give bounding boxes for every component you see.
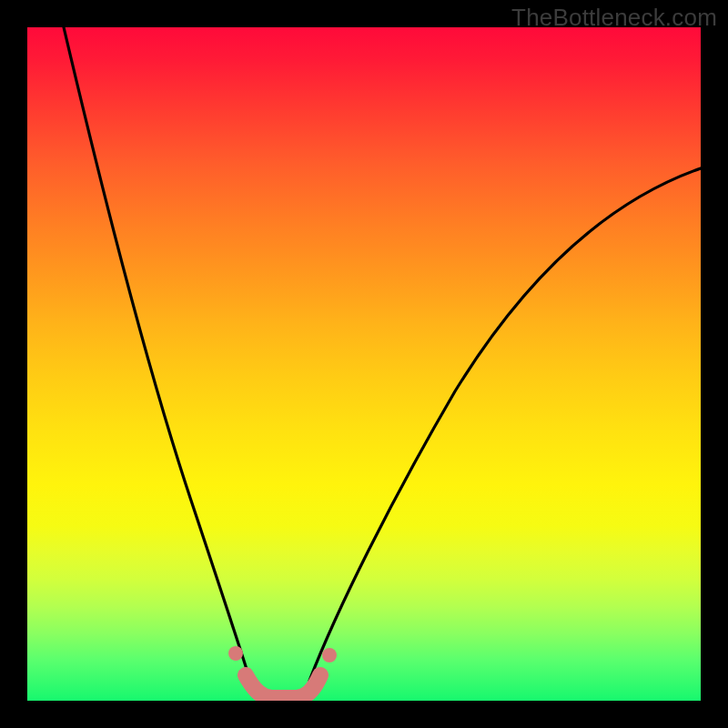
chart-frame: TheBottleneck.com	[0, 0, 728, 728]
plot-area	[27, 27, 701, 701]
curve-right-arm	[309, 168, 701, 681]
curve-left-arm	[64, 27, 250, 681]
marker-dot-right-1	[322, 648, 337, 662]
marker-dot-left-1	[228, 646, 243, 661]
curve-bottom-flat	[246, 675, 320, 698]
chart-svg	[27, 27, 701, 701]
